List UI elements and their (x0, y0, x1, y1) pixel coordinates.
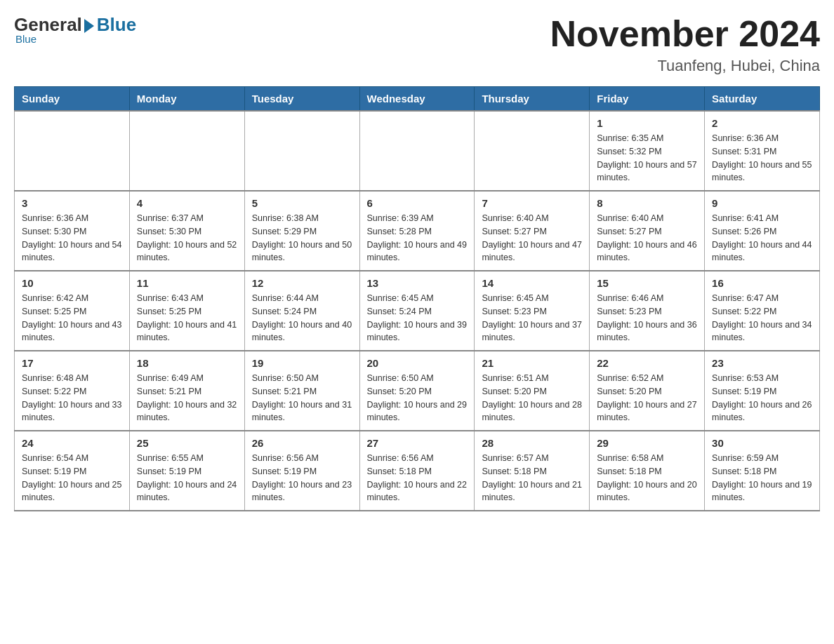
day-number: 13 (367, 277, 468, 289)
calendar-cell: 11Sunrise: 6:43 AMSunset: 5:25 PMDayligh… (129, 271, 244, 351)
day-number: 14 (482, 277, 582, 289)
day-number: 3 (22, 197, 122, 209)
day-info: Sunrise: 6:46 AMSunset: 5:23 PMDaylight:… (597, 292, 697, 344)
calendar-cell: 21Sunrise: 6:51 AMSunset: 5:20 PMDayligh… (475, 351, 590, 431)
calendar-cell: 23Sunrise: 6:53 AMSunset: 5:19 PMDayligh… (705, 351, 820, 431)
day-number: 21 (482, 357, 582, 369)
day-info: Sunrise: 6:42 AMSunset: 5:25 PMDaylight:… (22, 292, 122, 344)
calendar-table: SundayMondayTuesdayWednesdayThursdayFrid… (14, 86, 820, 511)
week-row-1: 1Sunrise: 6:35 AMSunset: 5:32 PMDaylight… (15, 111, 820, 191)
logo-subtitle: Blue (15, 33, 37, 45)
calendar-cell: 24Sunrise: 6:54 AMSunset: 5:19 PMDayligh… (15, 431, 130, 511)
day-number: 18 (137, 357, 237, 369)
day-number: 25 (137, 437, 237, 449)
day-info: Sunrise: 6:35 AMSunset: 5:32 PMDaylight:… (597, 132, 697, 185)
day-number: 16 (712, 277, 812, 289)
week-row-2: 3Sunrise: 6:36 AMSunset: 5:30 PMDaylight… (15, 191, 820, 271)
header-wednesday: Wednesday (359, 87, 475, 112)
day-number: 26 (252, 437, 352, 449)
day-info: Sunrise: 6:56 AMSunset: 5:19 PMDaylight:… (252, 452, 352, 504)
day-info: Sunrise: 6:36 AMSunset: 5:31 PMDaylight:… (712, 132, 812, 185)
day-number: 11 (137, 277, 237, 289)
day-number: 15 (597, 277, 697, 289)
day-number: 24 (22, 437, 122, 449)
logo-blue-text: Blue (97, 14, 136, 36)
location-title: Tuanfeng, Hubei, China (550, 57, 820, 75)
day-number: 1 (597, 117, 697, 129)
day-info: Sunrise: 6:44 AMSunset: 5:24 PMDaylight:… (252, 292, 352, 344)
calendar-cell: 16Sunrise: 6:47 AMSunset: 5:22 PMDayligh… (705, 271, 820, 351)
calendar-cell: 12Sunrise: 6:44 AMSunset: 5:24 PMDayligh… (244, 271, 359, 351)
day-number: 20 (367, 357, 468, 369)
calendar-cell: 13Sunrise: 6:45 AMSunset: 5:24 PMDayligh… (359, 271, 475, 351)
day-info: Sunrise: 6:43 AMSunset: 5:25 PMDaylight:… (137, 292, 237, 344)
day-info: Sunrise: 6:39 AMSunset: 5:28 PMDaylight:… (367, 212, 468, 264)
day-number: 28 (482, 437, 582, 449)
day-number: 29 (597, 437, 697, 449)
week-row-4: 17Sunrise: 6:48 AMSunset: 5:22 PMDayligh… (15, 351, 820, 431)
calendar-cell: 29Sunrise: 6:58 AMSunset: 5:18 PMDayligh… (590, 431, 705, 511)
day-number: 4 (137, 197, 237, 209)
calendar-cell: 18Sunrise: 6:49 AMSunset: 5:21 PMDayligh… (129, 351, 244, 431)
calendar-cell: 15Sunrise: 6:46 AMSunset: 5:23 PMDayligh… (590, 271, 705, 351)
day-info: Sunrise: 6:38 AMSunset: 5:29 PMDaylight:… (252, 212, 352, 264)
day-info: Sunrise: 6:49 AMSunset: 5:21 PMDaylight:… (137, 372, 237, 424)
day-number: 17 (22, 357, 122, 369)
calendar-cell: 1Sunrise: 6:35 AMSunset: 5:32 PMDaylight… (590, 111, 705, 191)
calendar-cell: 2Sunrise: 6:36 AMSunset: 5:31 PMDaylight… (705, 111, 820, 191)
day-number: 8 (597, 197, 697, 209)
calendar-cell: 25Sunrise: 6:55 AMSunset: 5:19 PMDayligh… (129, 431, 244, 511)
day-info: Sunrise: 6:45 AMSunset: 5:23 PMDaylight:… (482, 292, 582, 344)
calendar-cell: 6Sunrise: 6:39 AMSunset: 5:28 PMDaylight… (359, 191, 475, 271)
day-number: 19 (252, 357, 352, 369)
calendar-cell: 20Sunrise: 6:50 AMSunset: 5:20 PMDayligh… (359, 351, 475, 431)
day-info: Sunrise: 6:53 AMSunset: 5:19 PMDaylight:… (712, 372, 812, 424)
day-number: 7 (482, 197, 582, 209)
title-section: November 2024 Tuanfeng, Hubei, China (550, 14, 820, 75)
day-info: Sunrise: 6:37 AMSunset: 5:30 PMDaylight:… (137, 212, 237, 264)
day-info: Sunrise: 6:52 AMSunset: 5:20 PMDaylight:… (597, 372, 697, 424)
logo-arrow-icon (84, 19, 94, 33)
calendar-cell: 14Sunrise: 6:45 AMSunset: 5:23 PMDayligh… (475, 271, 590, 351)
header-friday: Friday (590, 87, 705, 112)
header-thursday: Thursday (475, 87, 590, 112)
calendar-cell: 26Sunrise: 6:56 AMSunset: 5:19 PMDayligh… (244, 431, 359, 511)
day-info: Sunrise: 6:41 AMSunset: 5:26 PMDaylight:… (712, 212, 812, 264)
calendar-cell: 9Sunrise: 6:41 AMSunset: 5:26 PMDaylight… (705, 191, 820, 271)
day-info: Sunrise: 6:59 AMSunset: 5:18 PMDaylight:… (712, 452, 812, 504)
month-title: November 2024 (550, 14, 820, 54)
day-info: Sunrise: 6:36 AMSunset: 5:30 PMDaylight:… (22, 212, 122, 264)
calendar-cell: 5Sunrise: 6:38 AMSunset: 5:29 PMDaylight… (244, 191, 359, 271)
calendar-cell (359, 111, 475, 191)
day-number: 2 (712, 117, 812, 129)
day-info: Sunrise: 6:50 AMSunset: 5:21 PMDaylight:… (252, 372, 352, 424)
calendar-cell: 3Sunrise: 6:36 AMSunset: 5:30 PMDaylight… (15, 191, 130, 271)
day-info: Sunrise: 6:47 AMSunset: 5:22 PMDaylight:… (712, 292, 812, 344)
day-info: Sunrise: 6:48 AMSunset: 5:22 PMDaylight:… (22, 372, 122, 424)
calendar-cell: 27Sunrise: 6:56 AMSunset: 5:18 PMDayligh… (359, 431, 475, 511)
header-tuesday: Tuesday (244, 87, 359, 112)
day-info: Sunrise: 6:56 AMSunset: 5:18 PMDaylight:… (367, 452, 468, 504)
calendar-cell (244, 111, 359, 191)
day-info: Sunrise: 6:58 AMSunset: 5:18 PMDaylight:… (597, 452, 697, 504)
day-info: Sunrise: 6:51 AMSunset: 5:20 PMDaylight:… (482, 372, 582, 424)
day-number: 30 (712, 437, 812, 449)
day-info: Sunrise: 6:40 AMSunset: 5:27 PMDaylight:… (597, 212, 697, 264)
calendar-cell: 30Sunrise: 6:59 AMSunset: 5:18 PMDayligh… (705, 431, 820, 511)
day-number: 22 (597, 357, 697, 369)
calendar-cell: 4Sunrise: 6:37 AMSunset: 5:30 PMDaylight… (129, 191, 244, 271)
header-sunday: Sunday (15, 87, 130, 112)
calendar-cell: 19Sunrise: 6:50 AMSunset: 5:21 PMDayligh… (244, 351, 359, 431)
header-saturday: Saturday (705, 87, 820, 112)
calendar-cell: 22Sunrise: 6:52 AMSunset: 5:20 PMDayligh… (590, 351, 705, 431)
calendar-cell: 17Sunrise: 6:48 AMSunset: 5:22 PMDayligh… (15, 351, 130, 431)
header-monday: Monday (129, 87, 244, 112)
day-info: Sunrise: 6:40 AMSunset: 5:27 PMDaylight:… (482, 212, 582, 264)
calendar-cell: 7Sunrise: 6:40 AMSunset: 5:27 PMDaylight… (475, 191, 590, 271)
day-info: Sunrise: 6:50 AMSunset: 5:20 PMDaylight:… (367, 372, 468, 424)
week-row-5: 24Sunrise: 6:54 AMSunset: 5:19 PMDayligh… (15, 431, 820, 511)
calendar-cell (15, 111, 130, 191)
day-number: 27 (367, 437, 468, 449)
day-info: Sunrise: 6:55 AMSunset: 5:19 PMDaylight:… (137, 452, 237, 504)
day-number: 9 (712, 197, 812, 209)
